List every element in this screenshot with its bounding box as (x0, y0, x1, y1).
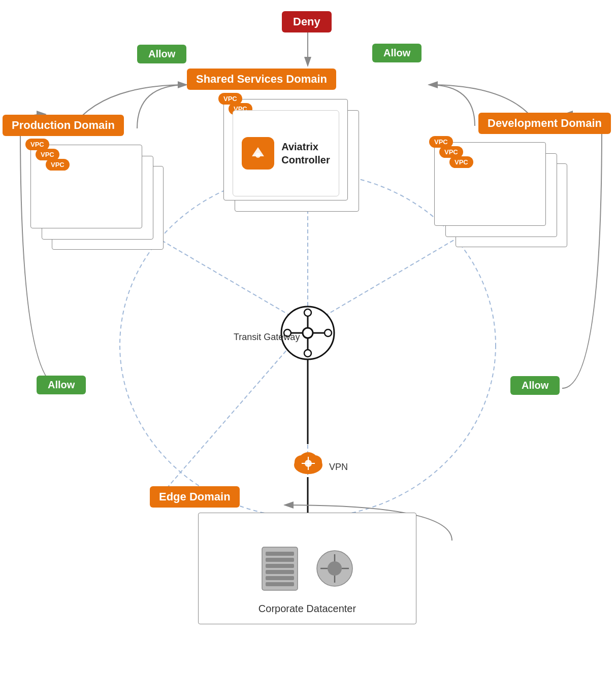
development-domain-label: Development Domain (478, 113, 611, 134)
datacenter-box: Corporate Datacenter (198, 513, 416, 624)
diagram: Deny Shared Services Domain Allow Allow … (0, 0, 616, 673)
allow-badge-top-left: Allow (137, 45, 186, 63)
aviatrix-icon (242, 137, 274, 170)
svg-rect-36 (266, 582, 294, 586)
aviatrix-controller-box: Aviatrix Controller (233, 110, 339, 196)
svg-point-38 (328, 561, 342, 576)
svg-rect-35 (266, 576, 294, 580)
svg-point-19 (304, 309, 311, 316)
production-domain-label: Production Domain (3, 115, 124, 136)
deny-badge: Deny (282, 11, 332, 32)
vpc-cloud-3: VPC (449, 156, 473, 168)
vpn-icon (290, 446, 326, 481)
allow-badge-top-right: Allow (372, 44, 422, 62)
transit-gateway-label: Transit Gateway (234, 332, 300, 343)
svg-point-20 (304, 350, 311, 357)
svg-point-22 (325, 329, 332, 336)
svg-rect-31 (266, 552, 294, 556)
shared-services-domain-label: Shared Services Domain (187, 69, 336, 90)
svg-point-12 (255, 153, 261, 158)
svg-rect-33 (266, 564, 294, 568)
router-icon (314, 548, 355, 589)
vpn-label: VPN (329, 462, 348, 473)
svg-rect-32 (266, 558, 294, 562)
allow-badge-bottom-left: Allow (37, 376, 86, 394)
datacenter-label: Corporate Datacenter (199, 603, 416, 615)
server-icon (260, 545, 300, 593)
vpc-cloud-3: VPC (46, 159, 70, 171)
allow-badge-bottom-right: Allow (510, 376, 560, 395)
svg-point-14 (303, 328, 313, 338)
edge-domain-label: Edge Domain (150, 486, 240, 508)
aviatrix-text: Aviatrix Controller (281, 140, 330, 166)
svg-rect-34 (266, 570, 294, 574)
